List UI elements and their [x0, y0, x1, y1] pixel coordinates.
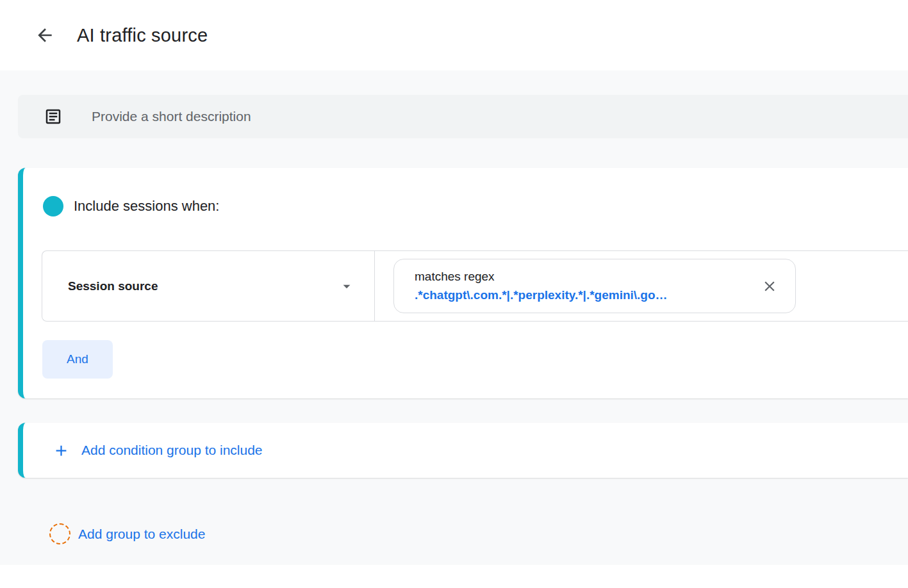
dimension-select[interactable]: Session source [42, 251, 374, 321]
include-condition-group-card: Include sessions when: Session source ma… [18, 168, 908, 398]
main-content: Include sessions when: Session source ma… [0, 70, 908, 565]
condition-area: matches regex .*chatgpt\.com.*|.*perplex… [375, 251, 908, 321]
description-input[interactable] [92, 95, 908, 138]
and-button[interactable]: And [42, 340, 113, 379]
add-exclude-group-label: Add group to exclude [78, 527, 205, 542]
include-indicator-icon [43, 196, 63, 216]
description-bar[interactable] [18, 95, 908, 138]
condition-value: .*chatgpt\.com.*|.*perplexity.*|.*gemini… [415, 288, 668, 302]
document-icon [44, 107, 63, 126]
add-condition-group-label: Add condition group to include [81, 443, 263, 458]
footer-area [0, 565, 908, 588]
add-condition-group-card[interactable]: Add condition group to include [18, 423, 908, 478]
close-icon [761, 278, 778, 295]
dimension-label: Session source [68, 279, 158, 293]
include-group-header: Include sessions when: [42, 196, 908, 216]
header: AI traffic source [0, 0, 908, 70]
dashed-circle-icon [49, 523, 70, 544]
condition-row: Session source matches regex .*chatgpt\.… [42, 250, 908, 322]
condition-filter-text: matches regex .*chatgpt\.com.*|.*perplex… [415, 270, 668, 302]
back-button[interactable] [31, 21, 59, 49]
chevron-down-icon [338, 278, 355, 295]
include-heading: Include sessions when: [74, 198, 219, 215]
plus-icon [53, 442, 70, 459]
page-title: AI traffic source [77, 25, 208, 46]
add-exclude-group-button[interactable]: Add group to exclude [49, 523, 908, 544]
condition-filter-chip[interactable]: matches regex .*chatgpt\.com.*|.*perplex… [393, 259, 796, 313]
back-arrow-icon [35, 25, 55, 45]
condition-operator: matches regex [415, 270, 668, 284]
remove-condition-button[interactable] [758, 275, 781, 298]
